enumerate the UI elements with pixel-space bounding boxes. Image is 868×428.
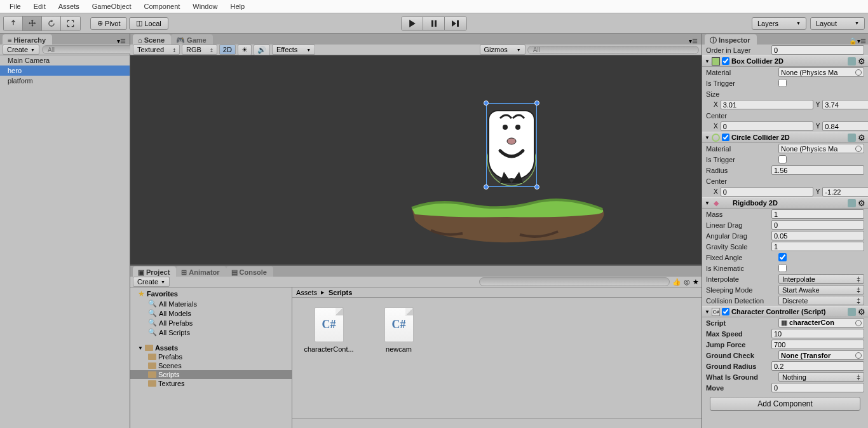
crumb-assets[interactable]: Assets [296,289,317,296]
asset-charactercontroller[interactable]: C# characterCont... [305,307,353,353]
fold-icon[interactable]: ▼ [705,309,710,315]
box-center-x[interactable] [721,121,813,131]
save-filter-icon[interactable]: ★ [693,278,699,286]
jumpforce-input[interactable] [771,340,864,349]
fixedangle-check[interactable] [778,253,787,261]
render-mode[interactable]: RGB‡ [182,45,217,55]
script-field[interactable]: ▦characterCon [778,318,864,328]
gear-icon[interactable]: ⚙ [858,57,865,66]
help-icon[interactable] [848,308,856,316]
object-picker-icon[interactable] [855,320,862,326]
menu-file[interactable]: File [3,1,27,12]
hero-sprite[interactable] [486,103,537,187]
box-center-y[interactable] [822,121,868,131]
box-collider-enable[interactable] [722,57,729,65]
menu-component[interactable]: Component [137,1,186,12]
whatground-dd[interactable]: Nothing‡ [778,372,864,382]
groundradius-input[interactable] [771,361,864,371]
game-tab[interactable]: 🎮Game [171,34,213,45]
panel-menu-icon[interactable]: ▾☰ [117,38,126,45]
hierarchy-item-hero[interactable]: hero [0,66,130,76]
help-icon[interactable] [848,134,856,142]
folder-scripts[interactable]: Scripts [130,370,292,379]
filter-icon[interactable]: 👍 [672,278,681,286]
circle-collider-enable[interactable] [722,134,729,141]
box-trigger-check[interactable] [778,79,787,87]
mass-input[interactable] [771,209,864,219]
scene-viewport[interactable] [130,55,702,265]
help-icon[interactable] [848,57,856,66]
box-material-field[interactable]: None (Physics Ma [778,67,864,77]
gravity-input[interactable] [771,242,864,251]
hierarchy-item-camera[interactable]: Main Camera [0,55,130,66]
shading-mode[interactable]: Textured‡ [133,45,180,55]
help-icon[interactable] [848,199,856,207]
fav-all-models[interactable]: 🔍All Models [130,308,292,318]
kinematic-check[interactable] [778,264,787,272]
rigidbody-header[interactable]: ▼ ◆ Rigidbody 2D ⚙ [702,197,868,209]
fav-all-prefabs[interactable]: 🔍All Prefabs [130,318,292,328]
folder-textures[interactable]: Textures [130,379,292,388]
scene-tab[interactable]: ⌂Scene [133,34,171,45]
menu-help[interactable]: Help [224,1,251,12]
fold-icon[interactable]: ▼ [705,135,710,141]
script-enable[interactable] [722,308,729,315]
script-header[interactable]: ▼ C# Character Controller (Script) ⚙ [702,306,868,317]
fold-icon[interactable]: ▼ [705,59,710,64]
maxspeed-input[interactable] [771,329,864,338]
object-picker-icon[interactable] [855,69,862,76]
gear-icon[interactable]: ⚙ [858,307,865,317]
project-search[interactable] [479,277,670,286]
lineardrag-input[interactable] [771,220,864,230]
gear-icon[interactable]: ⚙ [858,133,865,142]
menu-edit[interactable]: Edit [27,1,52,12]
inspector-tab[interactable]: ⓘInspector [705,34,757,45]
folder-scenes[interactable]: Scenes [130,361,292,370]
circle-trigger-check[interactable] [778,155,787,163]
circle-center-x[interactable] [721,187,813,197]
effects-dropdown[interactable]: Effects▼ [272,45,315,55]
lock-icon[interactable]: 🔒 [849,38,857,45]
pivot-toggle[interactable]: ⊕Pivot [90,17,127,30]
step-button[interactable] [445,17,466,30]
circle-center-y[interactable] [822,187,868,197]
scene-search[interactable] [527,46,699,54]
box-collider-header[interactable]: ▼ Box Collider 2D ⚙ [702,55,868,67]
crumb-scripts[interactable]: Scripts [329,289,352,296]
folder-prefabs[interactable]: Prefabs [130,352,292,361]
create-dropdown[interactable]: Create▼ [3,45,39,55]
object-picker-icon[interactable] [855,352,862,359]
audio-toggle[interactable]: 🔊 [254,45,270,55]
circle-radius[interactable] [771,165,864,175]
2d-toggle[interactable]: 2D [219,45,236,55]
local-toggle[interactable]: ◫Local [129,17,168,30]
angulardrag-input[interactable] [771,231,864,240]
asset-newcam[interactable]: C# newcam [375,307,423,353]
layout-dropdown[interactable]: Layout▼ [810,17,865,30]
gear-icon[interactable]: ⚙ [858,198,865,208]
panel-menu-icon[interactable]: ▾☰ [857,38,866,45]
play-button[interactable] [402,17,423,30]
light-toggle[interactable]: ☀ [238,45,252,55]
gizmos-dropdown[interactable]: Gizmos▼ [480,45,526,55]
pause-button[interactable] [423,17,445,30]
move-input[interactable] [771,383,864,392]
project-tab[interactable]: ▣Project [133,266,176,277]
fold-icon[interactable]: ▼ [705,200,710,206]
box-size-x[interactable] [721,100,813,109]
object-picker-icon[interactable] [855,146,862,152]
box-size-y[interactable] [822,100,868,109]
order-in-layer-input[interactable] [771,45,864,55]
menu-window[interactable]: Window [186,1,224,12]
interpolate-dd[interactable]: Interpolate‡ [778,274,864,284]
hand-tool[interactable] [4,17,23,31]
hierarchy-item-platform[interactable]: platform [0,76,130,86]
hierarchy-tab[interactable]: ≡Hierarchy [3,34,52,45]
menu-assets[interactable]: Assets [52,1,86,12]
menu-gameobject[interactable]: GameObject [86,1,138,12]
fav-all-scripts[interactable]: 🔍All Scripts [130,328,292,337]
layers-dropdown[interactable]: Layers▼ [752,17,806,30]
filter-type-icon[interactable]: ◎ [684,278,690,286]
platform-sprite[interactable] [405,195,613,245]
console-tab[interactable]: ▤Console [226,266,273,277]
